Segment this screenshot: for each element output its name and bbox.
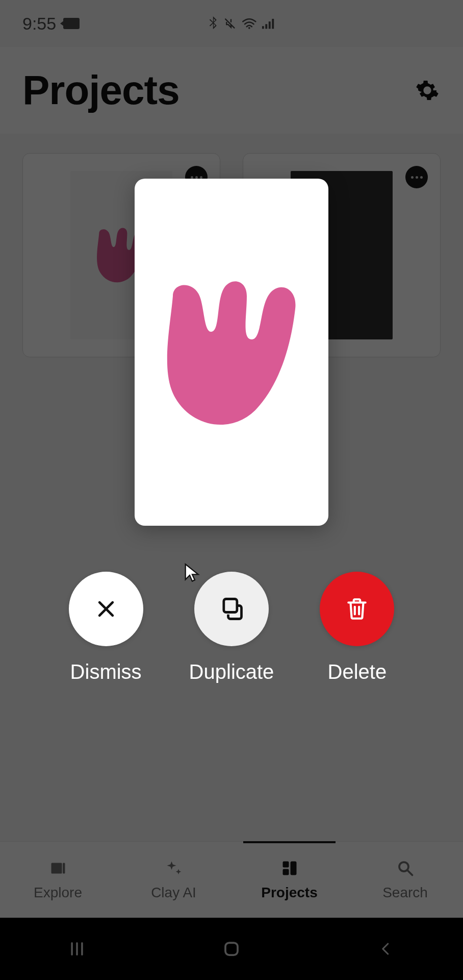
project-artwork [155, 278, 308, 426]
duplicate-button[interactable] [194, 572, 269, 646]
close-icon [95, 598, 117, 620]
action-label: Duplicate [189, 660, 274, 683]
dismiss-action: Dismiss [69, 572, 143, 683]
delete-button[interactable] [320, 572, 394, 646]
action-label: Dismiss [70, 660, 142, 683]
duplicate-icon [218, 596, 245, 622]
delete-action: Delete [320, 572, 394, 683]
modal-actions: Dismiss Duplicate Delete [0, 572, 463, 683]
duplicate-action: Duplicate [189, 572, 274, 683]
svg-rect-16 [224, 599, 237, 612]
action-label: Delete [328, 660, 387, 683]
project-preview [135, 179, 328, 526]
app-screen: 9:55 Projects [0, 0, 463, 980]
dismiss-button[interactable] [69, 572, 143, 646]
trash-icon [344, 596, 370, 622]
